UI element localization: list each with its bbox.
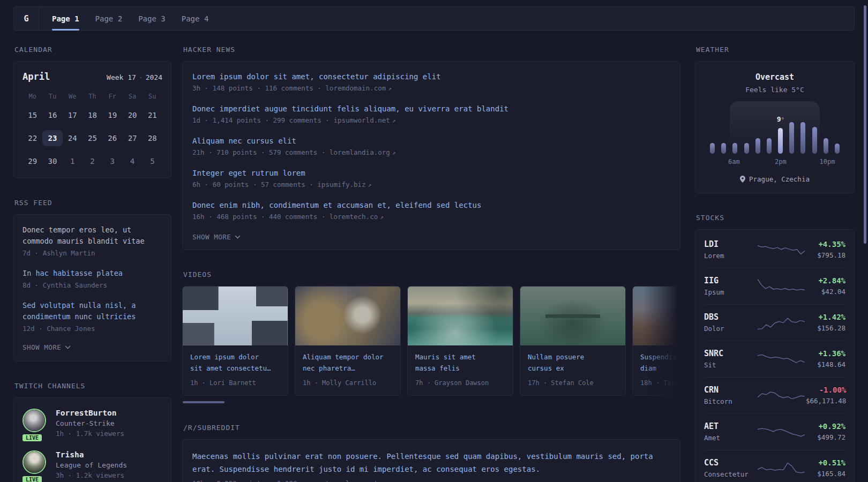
weather-location-label[interactable]: Prague, Czechia xyxy=(749,175,810,183)
stock-change: +2.84% xyxy=(818,276,845,285)
weather-hour-label: 6am xyxy=(728,158,740,165)
calendar-day[interactable]: 22 xyxy=(23,130,42,146)
videos-row: Lorem ipsum dolor sit amet consectetu…1h… xyxy=(182,286,680,396)
stock-price: $42.04 xyxy=(818,288,845,296)
top-navigation-bar: G Page 1Page 2Page 3Page 4 xyxy=(13,6,855,31)
calendar-day[interactable]: 26 xyxy=(102,130,122,146)
stock-sparkline xyxy=(757,277,806,295)
twitch-channel-name[interactable]: Trisha xyxy=(56,450,127,459)
calendar-weekday: Fr xyxy=(102,93,122,100)
page-scrollbar-thumb[interactable] xyxy=(864,5,866,244)
external-link-icon: ↗ xyxy=(392,149,396,156)
video-card: Lorem ipsum dolor sit amet consectetu…1h… xyxy=(182,286,288,396)
rss-item-title[interactable]: Donec tempor eros leo, ut commodo mauris… xyxy=(23,224,162,247)
calendar-day[interactable]: 4 xyxy=(122,153,142,169)
calendar-day[interactable]: 27 xyxy=(122,130,142,146)
dashboard-page: G Page 1Page 2Page 3Page 4 CALENDAR Apri… xyxy=(0,0,868,482)
calendar-day[interactable]: 30 xyxy=(42,153,62,169)
hn-item-title[interactable]: Integer eget rutrum lorem xyxy=(192,169,670,177)
calendar-day[interactable]: 29 xyxy=(23,153,42,169)
tab-page-4[interactable]: Page 4 xyxy=(182,7,209,30)
rss-item: Donec tempor eros leo, ut commodo mauris… xyxy=(23,224,162,257)
stock-symbol[interactable]: DBS xyxy=(704,312,757,322)
app-logo[interactable]: G xyxy=(14,7,39,30)
calendar-day[interactable]: 18 xyxy=(83,107,102,123)
middle-column: HACKER NEWS Lorem ipsum dolor sit amet, … xyxy=(182,46,680,482)
twitch-avatar-wrap: LIVE xyxy=(23,409,47,438)
calendar-day[interactable]: 15 xyxy=(23,107,42,123)
rss-show-more-label: SHOW MORE xyxy=(23,343,61,351)
videos-scrollbar-thumb[interactable] xyxy=(183,401,225,403)
rss-show-more-button[interactable]: SHOW MORE xyxy=(23,343,162,351)
hackernews-show-more-button[interactable]: SHOW MORE xyxy=(192,233,670,241)
calendar-day[interactable]: 2 xyxy=(83,153,102,169)
external-link-icon: ↗ xyxy=(368,182,372,189)
stock-symbol[interactable]: CRN xyxy=(704,385,757,395)
avatar[interactable] xyxy=(23,450,46,474)
video-meta: 1h · Lori Barnett xyxy=(183,374,288,395)
video-title[interactable]: Aliquam tempor dolor nec pharetra… xyxy=(295,345,400,374)
stock-name: Amet xyxy=(704,434,757,442)
calendar-day[interactable]: 20 xyxy=(122,107,142,123)
stock-symbol[interactable]: CCS xyxy=(704,458,757,468)
calendar-day[interactable]: 28 xyxy=(143,130,162,146)
calendar-day[interactable]: 19 xyxy=(102,107,122,123)
stock-change: +4.35% xyxy=(817,240,845,248)
video-thumbnail[interactable] xyxy=(183,287,288,345)
calendar-day[interactable]: 1 xyxy=(63,153,83,169)
video-meta: 7h · Grayson Dawson xyxy=(408,374,513,395)
video-title[interactable]: Suspendisse diam xyxy=(633,345,680,374)
stock-name: Sit xyxy=(704,361,757,369)
stock-identity: DBSDolor xyxy=(704,312,757,333)
avatar-image xyxy=(24,410,45,431)
twitch-section-title: TWITCH CHANNELS xyxy=(14,382,170,390)
stock-symbol[interactable]: SNRC xyxy=(704,349,757,358)
calendar-day-selected[interactable]: 23 xyxy=(42,130,62,146)
video-thumbnail[interactable] xyxy=(633,287,680,345)
hn-item-title[interactable]: Donec enim nibh, condimentum et accumsan… xyxy=(192,201,670,209)
rss-item-title[interactable]: In hac habitasse platea xyxy=(23,268,162,279)
twitch-channel-name[interactable]: ForrestBurton xyxy=(56,409,124,417)
tab-page-3[interactable]: Page 3 xyxy=(138,7,166,30)
calendar-day[interactable]: 5 xyxy=(143,153,162,169)
calendar-day[interactable]: 25 xyxy=(83,130,102,146)
calendar-day[interactable]: 21 xyxy=(143,107,162,123)
stock-price: $165.84 xyxy=(817,470,845,478)
stock-sparkline xyxy=(757,240,806,259)
chevron-down-icon xyxy=(235,235,241,239)
videos-scrollbar-track xyxy=(182,401,680,403)
stock-symbol[interactable]: IIG xyxy=(704,276,757,285)
stock-name: Bitcorn xyxy=(704,397,757,405)
tab-page-1[interactable]: Page 1 xyxy=(52,7,79,30)
stock-identity: SNRCSit xyxy=(704,349,757,369)
video-title[interactable]: Lorem ipsum dolor sit amet consectetu… xyxy=(183,345,288,374)
stock-row: SNRCSit+1.36%$148.64 xyxy=(704,341,845,377)
avatar[interactable] xyxy=(23,409,46,432)
subreddit-post-title[interactable]: Maecenas mollis pulvinar erat non posuer… xyxy=(192,450,670,476)
calendar-day[interactable]: 3 xyxy=(102,153,122,169)
video-title[interactable]: Nullam posuere cursus ex xyxy=(520,345,625,374)
video-thumbnail[interactable] xyxy=(520,287,625,345)
tab-page-2[interactable]: Page 2 xyxy=(95,7,123,30)
video-title[interactable]: Mauris sit amet massa felis xyxy=(408,345,513,374)
hackernews-widget: Lorem ipsum dolor sit amet, consectetur … xyxy=(182,61,680,250)
calendar-day[interactable]: 17 xyxy=(63,107,83,123)
hn-item: Donec imperdiet augue tincidunt felis al… xyxy=(192,104,670,124)
hn-item-title[interactable]: Lorem ipsum dolor sit amet, consectetur … xyxy=(192,72,670,81)
calendar-day[interactable]: 24 xyxy=(63,130,83,146)
stock-row: LDILorem+4.35%$795.18 xyxy=(704,232,845,268)
video-card: Nullam posuere cursus ex17h · Stefan Col… xyxy=(520,286,626,396)
rss-item-title[interactable]: Sed volutpat nulla nisl, a condimentum n… xyxy=(23,300,162,322)
video-thumbnail[interactable] xyxy=(295,287,400,345)
hn-item-title[interactable]: Aliquam nec cursus elit xyxy=(192,137,670,145)
stock-row: CCSConsectetur+0.51%$165.84 xyxy=(704,450,845,482)
stock-symbol[interactable]: AET xyxy=(704,421,757,431)
rss-widget: Donec tempor eros leo, ut commodo mauris… xyxy=(13,214,171,362)
dot-separator: · xyxy=(139,73,143,81)
calendar-day[interactable]: 16 xyxy=(42,107,62,123)
video-thumbnail[interactable] xyxy=(408,287,513,345)
stock-symbol[interactable]: LDI xyxy=(704,239,757,249)
weather-location: Prague, Czechia xyxy=(705,175,844,183)
right-column: WEATHER Overcast Feels like 5°C 9° 6am2p… xyxy=(695,46,855,482)
hn-item-title[interactable]: Donec imperdiet augue tincidunt felis al… xyxy=(192,104,670,113)
